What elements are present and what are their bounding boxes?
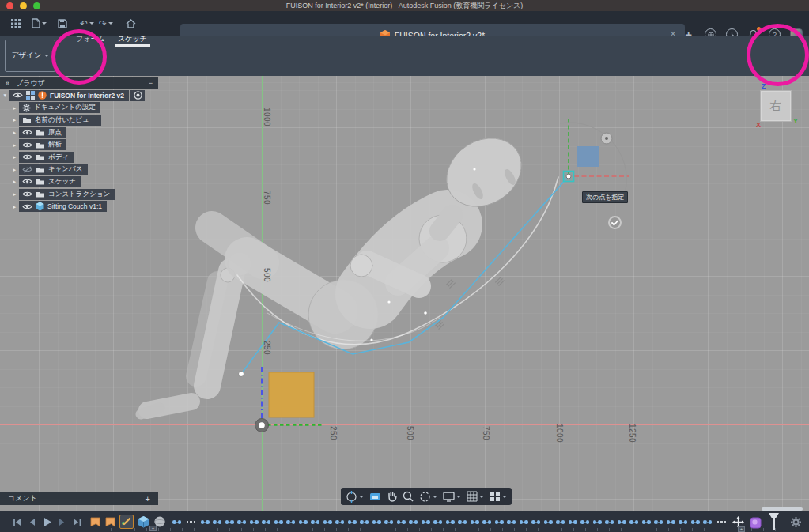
timeline-feature-pair[interactable] <box>311 515 319 528</box>
timeline-feature-pair[interactable] <box>262 515 270 528</box>
browser-item-row[interactable]: ▸原点 <box>0 126 158 139</box>
grid-settings-icon[interactable] <box>467 491 484 502</box>
display-settings-icon[interactable] <box>443 492 461 502</box>
confirm-check-badge[interactable] <box>608 216 622 229</box>
visibility-eye-icon[interactable] <box>22 141 32 149</box>
visibility-eye-icon[interactable] <box>22 129 32 136</box>
timeline-scroll-pill[interactable] <box>762 507 803 511</box>
visibility-off-eye-icon[interactable] <box>22 166 32 173</box>
timeline-feature-pair[interactable] <box>348 515 357 528</box>
timeline-feature-pair[interactable] <box>642 515 651 528</box>
timeline-feature-pair[interactable] <box>360 515 369 528</box>
timeline-feature-pair[interactable] <box>507 515 516 528</box>
timeline-collapsed-group[interactable] <box>185 521 198 523</box>
browser-item-row[interactable]: ▸コンストラクション <box>0 188 158 201</box>
body-feature[interactable] <box>137 515 150 529</box>
timeline-feature-pair[interactable] <box>201 515 210 528</box>
browser-item-row[interactable]: ▸キャンバス <box>0 164 158 176</box>
go-to-end-button[interactable] <box>73 518 81 526</box>
timeline-feature-pair[interactable] <box>679 515 687 528</box>
browser-item-root[interactable]: ▾FUISON for Interior2 v2 <box>0 89 158 102</box>
timeline-group-marker[interactable]: + <box>149 526 157 531</box>
viewports-icon[interactable] <box>490 491 507 502</box>
browser-minimize-icon[interactable]: − <box>149 79 153 87</box>
step-back-button[interactable] <box>28 518 36 526</box>
timeline-feature-pair[interactable] <box>593 515 602 528</box>
undo-icon[interactable]: ↶ <box>80 18 94 29</box>
viewcube[interactable]: 右 <box>760 90 792 122</box>
timeline-feature-pair[interactable] <box>605 515 614 528</box>
add-comment-icon[interactable]: + <box>146 494 150 504</box>
timeline-feature-pair[interactable] <box>422 515 430 528</box>
timeline-feature-pair[interactable] <box>286 515 295 528</box>
timeline-feature-pair[interactable] <box>580 515 589 528</box>
timeline-feature-pair[interactable] <box>274 515 283 528</box>
current-sketch-point[interactable] <box>566 174 571 179</box>
play-button[interactable] <box>43 517 51 527</box>
timeline-feature-pair[interactable] <box>213 515 221 528</box>
look-at-icon[interactable] <box>369 492 381 502</box>
timeline-settings-gear-icon[interactable] <box>790 516 802 528</box>
timeline-feature-pair[interactable] <box>520 515 528 528</box>
workspace-selector[interactable]: デザイン <box>5 40 55 72</box>
browser-item-row[interactable]: ▸解析 <box>0 138 158 151</box>
canvas-flag-feature[interactable] <box>89 516 101 528</box>
tab-sketch[interactable]: スケッチ <box>118 34 147 44</box>
step-forward-button[interactable] <box>59 518 66 526</box>
activate-radio-icon[interactable] <box>134 91 142 100</box>
timeline-feature-pair[interactable] <box>482 515 491 528</box>
timeline-feature-pair[interactable] <box>471 515 479 528</box>
timeline-feature-pair[interactable] <box>299 515 308 528</box>
timeline-feature-dots[interactable] <box>172 515 728 528</box>
orbit-icon[interactable] <box>346 491 364 503</box>
timeline-feature-pair[interactable] <box>409 515 418 528</box>
origin-square-face[interactable] <box>269 372 314 417</box>
timeline-feature-pair[interactable] <box>629 515 638 528</box>
app-grid-icon[interactable] <box>11 19 21 28</box>
go-to-start-button[interactable] <box>13 518 21 526</box>
fit-icon[interactable] <box>419 491 437 503</box>
timeline-feature-pair[interactable] <box>654 515 663 528</box>
browser-item-row[interactable]: ▸名前の付いたビュー <box>0 114 158 126</box>
timeline-feature-pair[interactable] <box>667 515 675 528</box>
timeline-feature-pair[interactable] <box>397 515 406 528</box>
pan-hand-icon[interactable] <box>387 491 397 502</box>
sketch-endpoint[interactable] <box>239 372 244 377</box>
browser-collapse-icon[interactable]: « <box>6 79 9 87</box>
timeline-feature-pair[interactable] <box>446 515 455 528</box>
timeline-feature-pair[interactable] <box>556 515 565 528</box>
timeline-collapsed-group[interactable] <box>716 521 728 523</box>
canvas-flag-feature[interactable] <box>104 516 116 528</box>
timeline-feature-pair[interactable] <box>458 515 467 528</box>
timeline-feature-pair[interactable] <box>703 515 712 528</box>
redo-icon[interactable]: ↷ <box>99 18 113 29</box>
timeline-feature-pair[interactable] <box>384 515 393 528</box>
timeline-feature-pair[interactable] <box>237 515 246 528</box>
browser-item-row[interactable]: ▸ドキュメントの設定 <box>0 102 158 115</box>
timeline-feature-pair[interactable] <box>335 515 344 528</box>
zoom-icon[interactable] <box>403 491 414 502</box>
timeline-feature-pair[interactable] <box>433 515 442 528</box>
timeline-feature-pair[interactable] <box>691 515 700 528</box>
browser-item-row[interactable]: ▸Sitting Couch v1:1 <box>0 200 158 213</box>
save-icon[interactable] <box>58 19 67 28</box>
visibility-eye-icon[interactable] <box>22 203 32 210</box>
browser-item-row[interactable]: ▸スケッチ <box>0 175 158 188</box>
home-icon[interactable] <box>126 19 136 28</box>
visibility-eye-icon[interactable] <box>22 153 32 160</box>
timeline-feature-pair[interactable] <box>618 515 626 528</box>
current-sketch-feature[interactable] <box>750 515 762 529</box>
visibility-eye-icon[interactable] <box>13 92 23 99</box>
timeline-group-marker[interactable]: + <box>738 526 745 532</box>
file-icon[interactable] <box>32 18 47 28</box>
visibility-eye-icon[interactable] <box>22 178 32 185</box>
timeline-feature-pair[interactable] <box>495 515 504 528</box>
comments-bar[interactable]: コメント + <box>0 492 158 505</box>
timeline-feature-pair[interactable] <box>544 515 553 528</box>
timeline-feature-pair[interactable] <box>531 515 540 528</box>
timeline-feature-pair[interactable] <box>323 515 332 528</box>
timeline-feature-pair[interactable] <box>250 515 259 528</box>
browser-item-row[interactable]: ▸ボディ <box>0 151 158 164</box>
modeling-canvas[interactable]: 250500750100012501000750500250 次の点を指定 右 … <box>0 76 809 511</box>
visibility-eye-icon[interactable] <box>22 191 32 198</box>
